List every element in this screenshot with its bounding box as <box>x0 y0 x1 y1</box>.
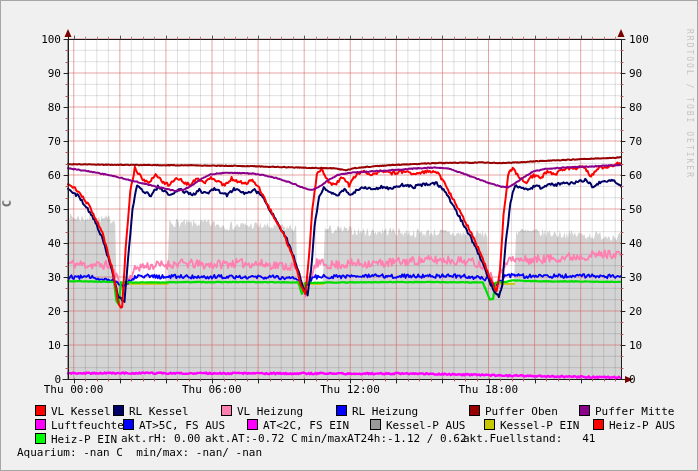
legend-label: Aquarium: -nan C min/max: -nan/ -nan <box>17 446 262 459</box>
y-axis-tick-label: 30 <box>629 272 667 283</box>
legend-item: min/maxAT24h:-1.12 / 0.62 <box>301 433 467 445</box>
legend-swatch <box>579 405 590 416</box>
y-axis-tick-label: 60 <box>629 170 667 181</box>
legend-label: VL Heizung <box>237 405 303 418</box>
legend-item: Kessel-P EIN <box>484 419 579 432</box>
legend-swatch <box>469 405 480 416</box>
legend-label: AT<2C, FS EIN <box>263 419 349 432</box>
y-axis-tick-label: 70 <box>629 136 667 147</box>
legend-swatch <box>593 419 604 430</box>
y-axis-tick-label: 100 <box>629 34 667 45</box>
y-axis-tick-label: 90 <box>629 68 667 79</box>
legend-swatch <box>336 405 347 416</box>
legend-label: RL Heizung <box>352 405 418 418</box>
legend-item: Aquarium: -nan C min/max: -nan/ -nan <box>17 447 262 459</box>
y-axis-tick-label: 10 <box>629 340 667 351</box>
y-axis-unit-label: C <box>1 184 14 224</box>
legend-label: Puffer Oben <box>485 405 558 418</box>
legend-item: akt.rH: 0.00 <box>121 433 200 445</box>
y-axis-tick-label: 90 <box>23 68 61 79</box>
y-axis-tick-label: 60 <box>23 170 61 181</box>
x-axis-tick-label: Thu 18:00 <box>459 384 519 395</box>
legend-item: Puffer Oben <box>469 405 558 418</box>
legend-item: Heiz-P AUS <box>593 419 675 432</box>
legend-label: AT>5C, FS AUS <box>139 419 225 432</box>
legend-item: AT<2C, FS EIN <box>247 419 349 432</box>
legend-swatch <box>35 405 46 416</box>
y-axis-tick-label: 30 <box>23 272 61 283</box>
y-axis-tick-label: 50 <box>629 204 667 215</box>
legend-label: min/maxAT24h:-1.12 / 0.62 <box>301 432 467 445</box>
y-axis-tick-label: 80 <box>23 102 61 113</box>
x-axis-tick-label: Thu 00:00 <box>44 384 104 395</box>
chart-canvas <box>1 1 698 471</box>
rrd-graph-panel: Temperaturverlauf und Fuellstand am: 26.… <box>0 0 698 471</box>
y-axis-tick-label: 40 <box>629 238 667 249</box>
legend-item: RL Kessel <box>113 405 189 418</box>
legend-swatch <box>35 433 46 444</box>
y-axis-tick-label: 80 <box>629 102 667 113</box>
legend-label: Heiz-P EIN <box>51 433 117 446</box>
legend-label: akt.AT:-0.72 C <box>205 432 298 445</box>
legend-swatch <box>484 419 495 430</box>
legend-item: Luftfeuchte <box>35 419 124 432</box>
y-axis-tick-label: 20 <box>23 306 61 317</box>
legend-item: Kessel-P AUS <box>370 419 465 432</box>
legend-label: VL Kessel <box>51 405 111 418</box>
y-axis-tick-label: 20 <box>629 306 667 317</box>
legend-item: VL Kessel <box>35 405 111 418</box>
y-axis-tick-label: 40 <box>23 238 61 249</box>
legend-swatch <box>113 405 124 416</box>
y-axis-tick-label: 70 <box>23 136 61 147</box>
legend-swatch <box>35 419 46 430</box>
legend-swatch <box>370 419 381 430</box>
watermark-text: RRDTOOL / TOBI OETIKER <box>685 29 694 179</box>
legend-item: Heiz-P EIN <box>35 433 117 446</box>
legend-label: Heiz-P AUS <box>609 419 675 432</box>
y-axis-tick-label: 10 <box>23 340 61 351</box>
legend-item: VL Heizung <box>221 405 303 418</box>
legend-swatch <box>247 419 258 430</box>
legend-item: RL Heizung <box>336 405 418 418</box>
legend-label: Puffer Mitte <box>595 405 674 418</box>
legend-item: Puffer Mitte <box>579 405 674 418</box>
x-axis-tick-label: Thu 06:00 <box>182 384 242 395</box>
legend-label: akt.rH: 0.00 <box>121 432 200 445</box>
x-axis-tick-label: Thu 12:00 <box>320 384 380 395</box>
legend-label: RL Kessel <box>129 405 189 418</box>
legend-item: akt.Fuellstand: 41 <box>463 433 595 445</box>
legend-item: AT>5C, FS AUS <box>123 419 225 432</box>
legend-label: Kessel-P AUS <box>386 419 465 432</box>
legend-label: Kessel-P EIN <box>500 419 579 432</box>
legend-swatch <box>123 419 134 430</box>
legend-swatch <box>221 405 232 416</box>
legend-item: akt.AT:-0.72 C <box>205 433 298 445</box>
y-axis-tick-label: 100 <box>23 34 61 45</box>
y-axis-tick-label: 0 <box>629 374 667 385</box>
legend-label: Luftfeuchte <box>51 419 124 432</box>
y-axis-tick-label: 50 <box>23 204 61 215</box>
legend-label: akt.Fuellstand: 41 <box>463 432 595 445</box>
